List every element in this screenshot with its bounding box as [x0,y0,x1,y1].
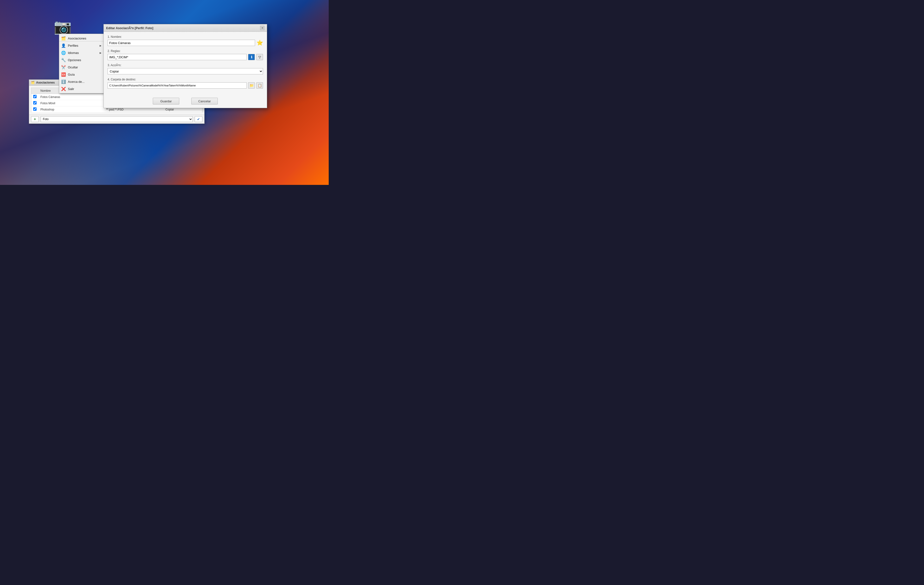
menu-item-acercade[interactable]: ℹ️ Acerca de... [59,78,104,85]
dialog-body: 1. Nombre: ⭐ 2. Reglas: ℹ ▽ [104,32,267,95]
book-icon: 📋 [258,84,262,88]
reglas-input[interactable] [107,54,247,60]
folder-button[interactable]: 📁 [248,82,255,89]
menu-label-ocultar: Ocultar [68,66,102,69]
section-accion-label: 3. AcciÃ³n: [107,64,263,67]
star-button[interactable]: ⭐ [256,40,263,46]
perfiles-icon: 👤 [61,43,66,48]
assoc-name-2: Fotos Móvil [38,100,104,106]
menu-label-asociaciones: Asociaciones [68,36,102,40]
edit-association-dialog: Editar AsociaciÃ³n [Perfil: Foto] ✕ 1. N… [104,24,267,108]
profile-dropdown[interactable]: Foto [41,116,193,122]
menu-label-acercade: Acerca de... [68,80,102,84]
assoc-window-title: Asociaciones [36,81,54,84]
info-button[interactable]: ℹ [248,54,255,60]
info-icon: ℹ [251,55,252,59]
dialog-close-button[interactable]: ✕ [260,26,264,30]
assoc-name-1: Fotos Cámaras [38,94,104,100]
section-accion: 3. AcciÃ³n: Copiar [107,64,263,74]
confirm-button[interactable]: ✔ [195,116,202,122]
checkbox-cell-1[interactable] [31,94,39,100]
filter-button[interactable]: ▽ [256,54,263,60]
book-button[interactable]: 📋 [256,82,263,89]
desktop: 📷 🗂️ Asociaciones 👤 Perfiles ▶ 🌐 Idiomas… [0,0,329,185]
checkbox-cell-3[interactable] [31,106,39,113]
idiomas-arrow: ▶ [100,51,102,54]
checkbox-cell-2[interactable] [31,100,39,106]
menu-item-salir[interactable]: ❌ Salir [59,85,104,93]
carpeta-input[interactable] [107,82,247,89]
col-checkbox [31,88,39,94]
acercade-icon: ℹ️ [61,79,66,84]
cancel-button[interactable]: Cancelar [191,98,218,104]
checkbox-3[interactable] [33,107,36,111]
asociaciones-icon: 🗂️ [61,36,66,41]
section-reglas: 2. Reglas: ℹ ▽ [107,50,263,60]
opciones-icon: 🔧 [61,58,66,62]
reglas-row: ℹ ▽ [107,54,263,60]
checkbox-1[interactable] [33,95,36,98]
confirm-icon: ✔ [197,117,200,121]
section-nombre: 1. Nombre: ⭐ [107,35,263,46]
dialog-footer: Guardar Cancelar [104,95,267,108]
accion-row: Copiar [107,68,263,74]
menu-label-opciones: Opciones [68,58,102,62]
guia-icon: 🆘 [61,72,66,77]
section-reglas-label: 2. Reglas: [107,50,263,53]
menu-label-idiomas: Idiomas [68,51,98,55]
section-nombre-label: 1. Nombre: [107,35,263,38]
dialog-title: Editar AsociaciÃ³n [Perfil: Foto] [106,26,153,30]
save-button[interactable]: Guardar [153,98,179,104]
menu-item-guia[interactable]: 🆘 Guía [59,71,104,78]
nombre-row: ⭐ [107,40,263,46]
menu-item-opciones[interactable]: 🔧 Opciones [59,56,104,64]
assoc-name-3: Photoshop [38,106,104,113]
dialog-titlebar: Editar AsociaciÃ³n [Perfil: Foto] ✕ [104,24,267,32]
menu-item-ocultar[interactable]: ✂️ Ocultar [59,64,104,71]
assoc-window-icon: 🗂️ [31,81,35,84]
perfiles-arrow: ▶ [100,44,102,47]
menu-item-idiomas[interactable]: 🌐 Idiomas ▶ [59,49,104,56]
folder-icon: 📁 [249,84,254,88]
carpeta-row: 📁 📋 [107,82,263,89]
menu-item-perfiles[interactable]: 👤 Perfiles ▶ [59,42,104,49]
section-carpeta: 4. Carpeta de destino: 📁 📋 [107,78,263,89]
filter-icon: ▽ [258,55,261,59]
menu-label-guia: Guía [68,73,102,76]
checkbox-2[interactable] [33,101,36,104]
section-carpeta-label: 4. Carpeta de destino: [107,78,263,81]
menu-item-asociaciones[interactable]: 🗂️ Asociaciones [59,35,104,41]
assoc-footer: + Foto ✔ [29,115,204,124]
ocultar-icon: ✂️ [61,65,66,69]
context-menu: 🗂️ Asociaciones 👤 Perfiles ▶ 🌐 Idiomas ▶… [59,34,105,93]
idiomas-icon: 🌐 [61,50,66,55]
salir-icon: ❌ [61,86,66,91]
nombre-input[interactable] [107,40,255,46]
accion-select[interactable]: Copiar [107,68,263,74]
menu-label-perfiles: Perfiles [68,44,98,48]
add-association-button[interactable]: + [31,116,39,122]
menu-label-salir: Salir [68,87,102,91]
